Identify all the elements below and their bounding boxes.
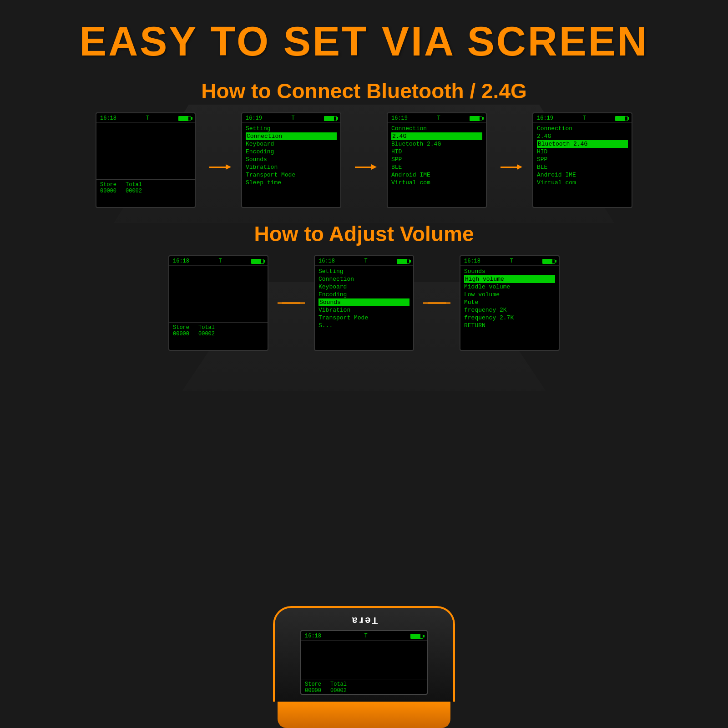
freq-2.7k: frequency 2.7K xyxy=(464,314,555,322)
vol-time-3: 16:18 xyxy=(464,258,480,264)
vol-battery-1 xyxy=(251,259,264,264)
vol-screen-2: 16:18 T Setting Connection Keyboard Enco… xyxy=(314,255,414,351)
conn-title-4: Connection xyxy=(537,125,628,132)
conn-bt24g: Bluetooth 2.4G xyxy=(391,140,482,148)
vol-footer-1: Store00000 Total00002 xyxy=(169,322,268,337)
conn-hid-4: HID xyxy=(537,148,628,156)
screen-content-1 xyxy=(96,123,195,177)
vol-store-1: Store00000 xyxy=(173,324,189,337)
vol-arrow-left-3 xyxy=(428,303,450,304)
volume-section-title: How to Adjust Volume xyxy=(0,222,728,246)
conn-2.4g-hl: 2.4G xyxy=(391,132,482,140)
menu-item-vibration: Vibration xyxy=(246,163,337,171)
signal-2: T xyxy=(291,115,294,121)
vol-time-1: 16:18 xyxy=(173,258,189,264)
battery-1 xyxy=(178,116,191,121)
vol-keyboard: Keyboard xyxy=(318,283,410,291)
menu-item-connection-hl: Connection xyxy=(246,132,337,140)
low-volume: Low volume xyxy=(464,291,555,298)
bt-screen-3: 16:19 T Connection 2.4G Bluetooth 2.4G H… xyxy=(387,112,487,208)
main-battery xyxy=(410,634,423,639)
vol-screen-wrapper-1: 16:18 T Store00000 Total00002 xyxy=(168,255,268,351)
time-3: 16:19 xyxy=(391,115,408,121)
menu-item-encoding: Encoding xyxy=(246,148,337,156)
mute: Mute xyxy=(464,298,555,306)
vol-signal-3: T xyxy=(510,258,513,264)
time-4: 16:19 xyxy=(537,115,553,121)
menu-item-sleep: Sleep time xyxy=(246,179,337,187)
arrow-3 xyxy=(500,112,519,208)
bt-screen-1: 16:18 T Store00000 Total00002 xyxy=(96,112,196,208)
arrow-dash-2 xyxy=(355,167,373,168)
menu-item-setting: Setting xyxy=(246,125,337,132)
device-brand-label: Tera xyxy=(282,615,446,627)
vol-signal-2: T xyxy=(364,258,367,264)
battery-4 xyxy=(615,116,628,121)
main-screen-content xyxy=(301,641,427,677)
conn-hid: HID xyxy=(391,148,482,156)
status-bar-3: 16:19 T xyxy=(388,113,486,123)
physical-device: Tera 16:18 T Store00000 Total00002 xyxy=(273,606,455,702)
signal-1: T xyxy=(146,115,149,121)
vol-sounds-hl: Sounds xyxy=(318,298,410,306)
vol-connection: Connection xyxy=(318,275,410,283)
screen-content-3: Connection 2.4G Bluetooth 2.4G HID SPP B… xyxy=(388,123,486,188)
bt-screen-2: 16:19 T Setting Connection Keyboard Enco… xyxy=(241,112,341,208)
main-total: Total00002 xyxy=(330,681,347,694)
high-volume-hl: High volume xyxy=(464,275,555,283)
battery-2 xyxy=(324,116,337,121)
vol-status-2: 16:18 T xyxy=(315,256,413,266)
vol-battery-3 xyxy=(542,259,555,264)
status-bar-2: 16:19 T xyxy=(242,113,340,123)
bt-screen-wrapper-4: 16:19 T Connection 2.4G Bluetooth 2.4G H… xyxy=(532,112,632,208)
conn-title-3: Connection xyxy=(391,125,482,132)
screen-footer-1: Store00000 Total00002 xyxy=(96,179,195,194)
bt-screen-wrapper-2: 16:19 T Setting Connection Keyboard Enco… xyxy=(241,112,341,208)
signal-3: T xyxy=(437,115,440,121)
screen-content-4: Connection 2.4G Bluetooth 2.4G HID SPP B… xyxy=(533,123,632,188)
store-label-1: Store00000 xyxy=(100,182,116,194)
page-title: EASY TO SET VIA SCREEN xyxy=(0,0,728,65)
conn-android-4: Android IME xyxy=(537,171,628,179)
vol-sleep: S... xyxy=(318,322,410,329)
bluetooth-section: How to Connect Bluetooth / 2.4G 16:18 T … xyxy=(0,79,728,208)
arrow-dash-1 xyxy=(209,167,228,168)
volume-section: How to Adjust Volume 16:18 T Store00000 … xyxy=(0,222,728,351)
vol-screen-wrapper-3: 16:18 T Sounds High volume Middle volume… xyxy=(460,255,560,351)
battery-3 xyxy=(470,116,482,121)
vol-encoding: Encoding xyxy=(318,291,410,298)
conn-ble-4: BLE xyxy=(537,163,628,171)
menu-item-transport: Transport Mode xyxy=(246,171,337,179)
vol-setting: Setting xyxy=(318,268,410,275)
time-1: 16:18 xyxy=(100,115,116,121)
vol-transport: Transport Mode xyxy=(318,314,410,322)
middle-volume: Middle volume xyxy=(464,283,555,291)
conn-ble: BLE xyxy=(391,163,482,171)
vol-screen-1: 16:18 T Store00000 Total00002 xyxy=(168,255,268,351)
vol-arrow-left-2 xyxy=(282,303,305,304)
arrow-dash-3 xyxy=(500,167,519,168)
main-store: Store00000 xyxy=(305,681,321,694)
vol-content-1 xyxy=(169,266,268,320)
vol-time-2: 16:18 xyxy=(318,258,335,264)
vol-content-2: Setting Connection Keyboard Encoding Sou… xyxy=(315,266,413,331)
bluetooth-screens-row: 16:18 T Store00000 Total00002 16:19 T xyxy=(0,112,728,208)
main-screen-status: 16:18 T xyxy=(301,631,427,641)
main-signal: T xyxy=(364,633,367,639)
bottom-device-section: Tera 16:18 T Store00000 Total00002 xyxy=(273,606,455,728)
conn-virtual-4: Virtual com xyxy=(537,179,628,187)
status-bar-1: 16:18 T xyxy=(96,113,195,123)
vol-screen-3: 16:18 T Sounds High volume Middle volume… xyxy=(460,255,560,351)
vol-battery-2 xyxy=(397,259,410,264)
vol-vibration: Vibration xyxy=(318,306,410,314)
device-bottom-orange xyxy=(278,701,450,728)
conn-virtual: Virtual com xyxy=(391,179,482,187)
vol-signal-1: T xyxy=(218,258,222,264)
status-bar-4: 16:19 T xyxy=(533,113,632,123)
time-2: 16:19 xyxy=(246,115,262,121)
volume-screens-row: 16:18 T Store00000 Total00002 16:18 xyxy=(0,255,728,351)
vol-status-3: 16:18 T xyxy=(460,256,559,266)
menu-item-keyboard: Keyboard xyxy=(246,140,337,148)
vol-total-1: Total00002 xyxy=(198,324,215,337)
arrow-2 xyxy=(355,112,373,208)
